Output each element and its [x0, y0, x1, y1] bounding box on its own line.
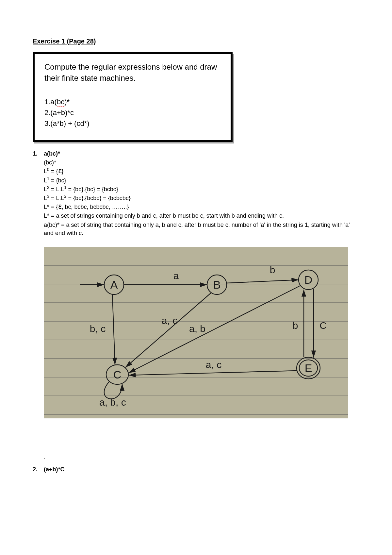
l4a: L — [44, 186, 47, 193]
l5sup: 3 — [47, 194, 49, 199]
label-B-D: b — [270, 264, 275, 275]
label-A-C: b, c — [90, 323, 106, 334]
item2-post: )*c — [65, 109, 74, 117]
l3a: L — [44, 177, 47, 184]
state-D: D — [304, 274, 313, 286]
answer2-num: 2. — [33, 466, 44, 474]
fsm-diagram-photo: A B D C E a b b, c — [44, 247, 348, 418]
state-B: B — [213, 278, 221, 291]
label-D-E: C — [319, 320, 327, 331]
answer1-l2: L0 = {Ɛ} — [44, 167, 359, 176]
problem-item-1: 1.a(bc)* — [44, 96, 221, 107]
label-C-self: a, b, c — [99, 397, 126, 408]
l5b: = {bc}.{bcbc} = {bcbcbc} — [67, 195, 131, 201]
item1-post: )* — [64, 98, 70, 106]
item2-pre: ( — [50, 109, 53, 117]
answer2-head: (a+b)*C — [44, 466, 359, 473]
l3b: = {bc} — [49, 177, 66, 184]
answer1-l3: L1 = {bc} — [44, 177, 359, 185]
answer1-l5: L3 = L.L2 = {bc}.{bcbc} = {bcbcbc} — [44, 194, 359, 202]
item2-num: 2. — [44, 109, 50, 117]
label-E-D: b — [293, 320, 298, 331]
answer1-l6: L* = {Ɛ, bc, bcbc, bcbcbc, ……..} — [44, 203, 359, 211]
l2sup: 0 — [47, 167, 49, 172]
label-D-C: a, b — [189, 323, 205, 334]
l5sup2: 2 — [64, 194, 67, 199]
state-C: C — [113, 368, 122, 381]
state-E: E — [305, 362, 312, 374]
answer-2: 2. (a+b)*C — [33, 466, 359, 474]
problem-item-3: 3.(a*b) + (cd*) — [44, 118, 221, 129]
l2a: L — [44, 168, 47, 175]
answer1-num: 1. — [33, 150, 44, 238]
svg-line-9 — [112, 294, 115, 365]
answer1-l4: L2 = L.L1 = {bc}.{bc} = {bcbc} — [44, 185, 359, 193]
problem-box: Compute the regular expressions below an… — [33, 52, 233, 142]
label-B-C: a, c — [162, 315, 177, 326]
l5a: L — [44, 195, 47, 201]
svg-line-8 — [227, 280, 299, 283]
item3-pre: (a*b) + ( — [50, 119, 76, 127]
l4sup: 2 — [47, 185, 49, 190]
item1-pre: a( — [50, 98, 57, 106]
l4mid: = L.L — [49, 186, 64, 193]
stray-backtick: ` — [44, 458, 359, 463]
item1-under: bc — [57, 98, 64, 107]
state-A: A — [110, 278, 118, 291]
item1-num: 1. — [44, 98, 50, 106]
item3-num: 3. — [44, 119, 50, 127]
l2b: = {Ɛ} — [49, 168, 64, 175]
label-E-C: a, c — [206, 359, 221, 370]
label-A-B: a — [173, 270, 179, 281]
problem-prompt: Compute the regular expressions below an… — [44, 61, 221, 83]
answer1-l1: (bc)* — [44, 159, 359, 167]
item3-post: *) — [84, 119, 90, 127]
l3sup: 1 — [47, 177, 49, 181]
l4sup2: 1 — [64, 185, 67, 190]
l5mid: = L.L — [49, 195, 64, 201]
l4b: = {bc}.{bc} = {bcbc} — [67, 186, 118, 193]
answer1-head: a(bc)* — [44, 150, 359, 157]
fsm-svg: A B D C E a b b, c — [44, 247, 348, 418]
answer1-l7: L* = a set of strings containing only b … — [44, 212, 359, 220]
answer1-l8: a(bc)* = a set of string that containing… — [44, 221, 359, 237]
exercise-title: Exercise 1 (Page 28) — [33, 38, 359, 45]
item3-under: cd — [76, 119, 84, 128]
item2-under: a+b — [53, 109, 65, 117]
answer-1: 1. a(bc)* (bc)* L0 = {Ɛ} L1 = {bc} L2 = … — [33, 150, 359, 238]
svg-line-14 — [129, 371, 297, 375]
problem-item-2: 2.(a+b)*c — [44, 107, 221, 118]
